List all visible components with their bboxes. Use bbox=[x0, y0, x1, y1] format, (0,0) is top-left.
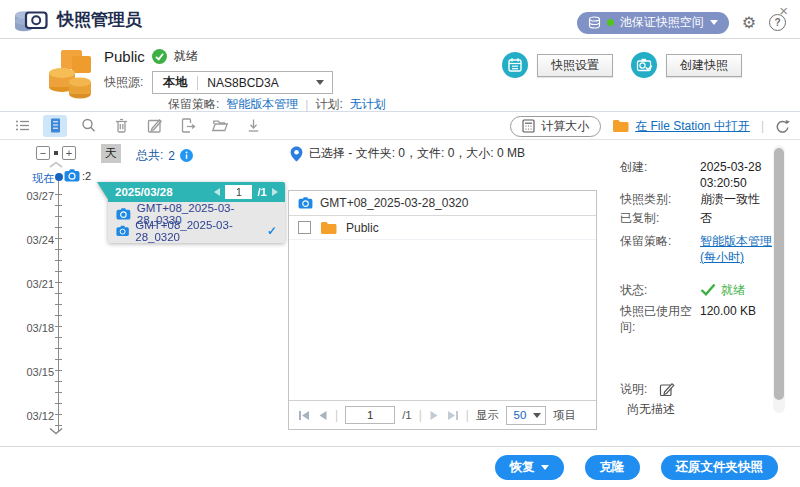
snapshot-manager-window: { "colors": { "title_navy": "#1e2c4f", "… bbox=[0, 0, 800, 487]
timeline-snapshot-marker[interactable]: :2 bbox=[64, 169, 91, 182]
clone-button[interactable]: 克隆 bbox=[585, 455, 640, 480]
location-pin-icon bbox=[290, 146, 303, 162]
type-value: 崩溃一致性 bbox=[700, 192, 778, 208]
download-icon[interactable] bbox=[241, 115, 265, 137]
divider: | bbox=[305, 98, 308, 112]
edit-icon[interactable] bbox=[142, 115, 166, 137]
volume-name: Public bbox=[104, 48, 145, 65]
timeline-date: 03/12 bbox=[18, 410, 54, 422]
create-snapshot-button[interactable]: 创建快照 bbox=[666, 54, 742, 77]
timeline-scroll-down-icon[interactable] bbox=[48, 427, 64, 435]
timeline-ticks bbox=[55, 184, 62, 430]
chevron-down-icon bbox=[541, 465, 549, 470]
file-list-empty-area bbox=[289, 240, 596, 400]
retention-policy-link[interactable]: 智能版本管理 (每小时) bbox=[700, 234, 778, 265]
page-title: 快照管理员 bbox=[57, 8, 142, 31]
source-type: 本地 bbox=[153, 74, 197, 91]
create-snapshot-circle-icon[interactable] bbox=[631, 52, 657, 78]
page-prev-icon[interactable] bbox=[214, 188, 220, 196]
snapshot-list-item-selected[interactable]: GMT+08_2025-03-28_0320 ✓ bbox=[108, 222, 285, 239]
volume-name-row: Public 就绪 bbox=[104, 48, 198, 65]
schedule-link[interactable]: 无计划 bbox=[350, 96, 386, 113]
page-next-icon[interactable] bbox=[272, 188, 278, 196]
file-checkbox[interactable] bbox=[298, 221, 311, 234]
revert-label: 还原文件夹快照 bbox=[676, 459, 764, 476]
replicated-value: 否 bbox=[700, 211, 778, 227]
open-folder-icon[interactable] bbox=[208, 115, 232, 137]
pool-space-button[interactable]: 池保证快照空间 bbox=[577, 12, 729, 34]
refresh-icon[interactable] bbox=[775, 119, 790, 134]
zoom-out-button[interactable]: − bbox=[36, 146, 50, 160]
main-content: − + 天 总共: 2 已选择 - 文件夹: 0，文件: 0，大小: 0 MB … bbox=[0, 140, 800, 446]
last-page-icon[interactable] bbox=[446, 410, 459, 421]
retention-row: 保留策略: 智能版本管理 | 计划: 无计划 bbox=[168, 96, 386, 113]
chevron-down-icon bbox=[533, 413, 541, 418]
type-label: 快照类别: bbox=[620, 192, 700, 208]
timeline-scroll-up-icon[interactable] bbox=[48, 161, 64, 168]
created-label: 创建: bbox=[620, 160, 700, 191]
popup-page-input[interactable] bbox=[225, 185, 252, 199]
page-size-value: 50 bbox=[507, 409, 533, 421]
timeline-view-icon[interactable] bbox=[43, 115, 67, 137]
toolbar: 计算大小 在 File Station 中打开 | bbox=[0, 112, 800, 140]
popup-pointer bbox=[97, 182, 109, 201]
retention-policy-link[interactable]: 智能版本管理 bbox=[226, 96, 298, 113]
prev-page-icon[interactable] bbox=[318, 410, 328, 421]
used-space-label: 快照已使用空间: bbox=[620, 304, 700, 335]
timeline-date: 03/15 bbox=[18, 366, 54, 378]
first-page-icon[interactable] bbox=[298, 410, 311, 421]
source-select[interactable]: 本地 NAS8BCD3A bbox=[152, 71, 333, 94]
next-page-icon[interactable] bbox=[429, 410, 439, 421]
zoom-in-button[interactable]: + bbox=[62, 146, 76, 160]
schedule-label: 计划: bbox=[315, 96, 342, 113]
scale-day-chip[interactable]: 天 bbox=[101, 144, 121, 163]
replicated-label: 已复制: bbox=[620, 211, 700, 227]
page-size-select[interactable]: 50 bbox=[506, 406, 546, 425]
detail-status: 状态: 就绪 bbox=[620, 283, 778, 299]
info-icon[interactable] bbox=[180, 149, 193, 162]
calculate-size-button[interactable]: 计算大小 bbox=[510, 116, 601, 137]
close-icon[interactable]: × bbox=[779, 2, 788, 19]
file-page-input[interactable] bbox=[345, 406, 395, 424]
schedule-circle-icon[interactable] bbox=[502, 52, 528, 78]
footer-action-bar: 恢复 克隆 还原文件夹快照 bbox=[0, 446, 800, 487]
snapshot-camera-icon bbox=[116, 225, 129, 237]
description-row: 说明: bbox=[620, 381, 676, 398]
revert-folder-snapshot-button[interactable]: 还原文件夹快照 bbox=[661, 455, 779, 480]
pool-space-label: 池保证快照空间 bbox=[620, 14, 704, 31]
items-label: 项目 bbox=[553, 408, 576, 423]
detail-retention: 保留策略: 智能版本管理 (每小时) bbox=[620, 234, 778, 265]
total-value: 2 bbox=[168, 149, 175, 163]
used-space-value: 120.00 KB bbox=[700, 304, 778, 335]
description-empty-text: 尚无描述 bbox=[627, 401, 675, 418]
popup-page-total: /1 bbox=[257, 186, 267, 198]
list-view-icon[interactable] bbox=[10, 115, 34, 137]
divider: | bbox=[466, 408, 469, 422]
file-row[interactable]: Public bbox=[289, 216, 596, 240]
file-name: Public bbox=[346, 221, 379, 235]
description-label: 说明: bbox=[620, 381, 647, 398]
snapshot-popup: 2025/03/28 /1 GMT+08_2025-03-28_0330 bbox=[108, 182, 285, 243]
snapshot-settings-button[interactable]: 快照设置 bbox=[537, 54, 613, 77]
file-browser-panel: GMT+08_2025-03-28_0320 Public | /1 | bbox=[288, 190, 597, 430]
scrollbar-thumb[interactable] bbox=[774, 148, 784, 400]
selected-check-icon: ✓ bbox=[267, 224, 277, 238]
status-value-group: 就绪 bbox=[700, 283, 778, 299]
check-icon bbox=[700, 283, 716, 296]
timeline-date: 03/24 bbox=[18, 234, 54, 246]
timeline-now-label: 现在 bbox=[18, 171, 54, 186]
calculate-size-label: 计算大小 bbox=[541, 118, 589, 135]
popup-date: 2025/03/28 bbox=[115, 186, 173, 198]
source-name: NAS8BCD3A bbox=[198, 76, 287, 90]
export-icon[interactable] bbox=[175, 115, 199, 137]
titlebar-actions: 池保证快照空间 ⚙ ? bbox=[577, 12, 786, 34]
file-station-link-group[interactable]: 在 File Station 中打开 bbox=[612, 118, 750, 135]
search-icon[interactable] bbox=[76, 115, 100, 137]
timeline-date: 03/18 bbox=[18, 322, 54, 334]
delete-icon[interactable] bbox=[109, 115, 133, 137]
file-page-total: /1 bbox=[402, 409, 412, 421]
settings-gear-icon[interactable]: ⚙ bbox=[742, 15, 756, 31]
restore-button[interactable]: 恢复 bbox=[495, 455, 564, 480]
file-station-link[interactable]: 在 File Station 中打开 bbox=[635, 118, 750, 135]
edit-description-icon[interactable] bbox=[659, 381, 676, 398]
